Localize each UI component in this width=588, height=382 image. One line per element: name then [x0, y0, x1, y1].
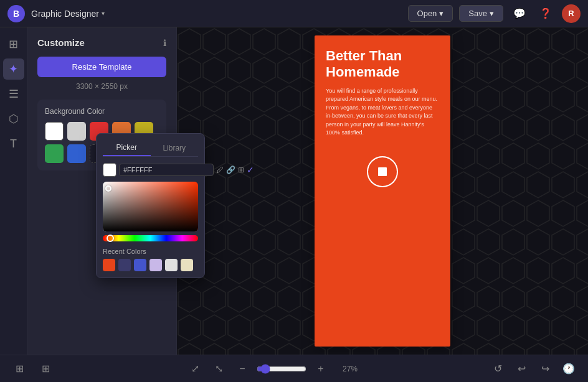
bottombar-left: ⊞ ⊞	[10, 360, 55, 378]
design-card-body: You will find a range of professionally …	[326, 87, 439, 137]
grid-view-icon-button[interactable]: ⊞	[36, 360, 55, 378]
gradient-canvas[interactable]	[103, 182, 198, 231]
size-label: 3300 × 2550 px	[37, 82, 166, 91]
avatar-letter: R	[568, 9, 574, 18]
messages-icon-button[interactable]: 💬	[510, 4, 529, 24]
redo-button[interactable]: ↪	[536, 360, 554, 378]
app-logo: B	[7, 5, 25, 22]
zoom-label: 27%	[335, 365, 358, 373]
layers-icon-button[interactable]: ⊞	[10, 360, 29, 378]
save-label: Save	[468, 9, 487, 18]
bottombar-right: ↺ ↩ ↪ 🕐	[488, 360, 578, 378]
stop-icon	[378, 167, 387, 176]
open-label: Open	[417, 9, 437, 18]
resize-icon-button[interactable]: ⤡	[209, 360, 228, 378]
canvas-area[interactable]: Better ThanHomemade You will find a rang…	[177, 27, 588, 355]
zoom-out-button[interactable]: −	[233, 360, 252, 378]
recent-colors-row	[103, 259, 198, 271]
design-play-button[interactable]	[367, 156, 398, 187]
undo-button[interactable]: ↩	[512, 360, 531, 378]
avatar[interactable]: R	[562, 4, 581, 23]
swatch-light-gray[interactable]	[67, 122, 86, 141]
sidebar-layers-button[interactable]: ☰	[3, 83, 24, 105]
bg-color-label: Background Color	[45, 107, 159, 116]
recent-swatch-cream[interactable]	[181, 259, 193, 271]
picker-tabs: Picker Library	[103, 140, 198, 157]
swatch-white[interactable]	[45, 122, 64, 141]
hex-input[interactable]	[119, 164, 214, 176]
sidebar-customize-button[interactable]: ✦	[3, 58, 24, 80]
app-name-label: Graphic Designer	[31, 9, 99, 19]
recent-swatch-orange[interactable]	[103, 259, 115, 271]
gradient-dark	[103, 182, 198, 231]
zoom-slider[interactable]	[257, 364, 306, 374]
recent-colors-label: Recent Colors	[103, 248, 198, 255]
hue-cursor	[107, 235, 114, 242]
color-picker-popup: Picker Library 🖊 🔗 ⊞ ✓ Recent Colors	[96, 133, 205, 278]
eyedropper-icon-button[interactable]: 🖊	[216, 164, 224, 176]
hex-preview-swatch	[103, 163, 116, 177]
sidebar-elements-button[interactable]: ⬡	[3, 108, 24, 129]
main-area: ⊞ ✦ ☰ ⬡ T Customize ℹ Resize Template 33…	[0, 27, 588, 355]
open-chevron-icon: ▾	[439, 9, 443, 18]
app-name-dropdown[interactable]: Graphic Designer ▾	[31, 9, 105, 19]
design-card-title: Better ThanHomemade	[326, 48, 439, 81]
recent-swatch-lightgray[interactable]	[165, 259, 178, 271]
customize-title: Customize	[37, 37, 85, 48]
info-icon[interactable]: ℹ	[163, 38, 166, 48]
topbar: B Graphic Designer ▾ Open ▾ Save ▾ 💬 ❓ R	[0, 0, 588, 27]
resize-template-button[interactable]: Resize Template	[37, 57, 166, 77]
swatch-green[interactable]	[45, 144, 64, 163]
bottombar: ⊞ ⊞ ⤢ ⤡ − + 27% ↺ ↩ ↪ 🕐	[0, 355, 588, 382]
history-icon-button[interactable]: 🕐	[559, 360, 578, 378]
zoom-in-button[interactable]: +	[311, 360, 330, 378]
fit-screen-icon-button[interactable]: ⤢	[186, 360, 204, 378]
save-chevron-icon: ▾	[490, 9, 494, 18]
recent-swatch-darkblue[interactable]	[118, 259, 131, 271]
bottombar-center: ⤢ ⤡ − + 27%	[55, 360, 488, 378]
recent-swatch-blue[interactable]	[134, 259, 146, 271]
grid-icon-button[interactable]: ⊞	[238, 164, 244, 176]
hue-bar[interactable]	[103, 235, 198, 241]
customize-panel: Customize ℹ Resize Template 3300 × 2550 …	[27, 27, 177, 355]
help-icon-button[interactable]: ❓	[536, 4, 556, 24]
tab-picker[interactable]: Picker	[103, 140, 151, 156]
refresh-icon-button[interactable]: ↺	[488, 360, 507, 378]
recent-swatch-lavender[interactable]	[149, 259, 162, 271]
sidebar-home-button[interactable]: ⊞	[3, 34, 24, 55]
gradient-cursor	[105, 185, 111, 192]
sidebar-text-button[interactable]: T	[3, 133, 24, 154]
link-icon-button[interactable]: 🔗	[226, 164, 235, 176]
save-button[interactable]: Save ▾	[459, 5, 503, 22]
hex-row: 🖊 🔗 ⊞ ✓	[103, 163, 198, 177]
confirm-color-button[interactable]: ✓	[247, 164, 254, 176]
customize-header: Customize ℹ	[37, 37, 166, 48]
design-card: Better ThanHomemade You will find a rang…	[315, 35, 450, 347]
app-name-chevron-icon: ▾	[102, 10, 105, 17]
icon-sidebar: ⊞ ✦ ☰ ⬡ T	[0, 27, 27, 355]
open-button[interactable]: Open ▾	[408, 5, 453, 22]
swatch-blue[interactable]	[67, 144, 86, 163]
tab-library[interactable]: Library	[151, 140, 199, 156]
